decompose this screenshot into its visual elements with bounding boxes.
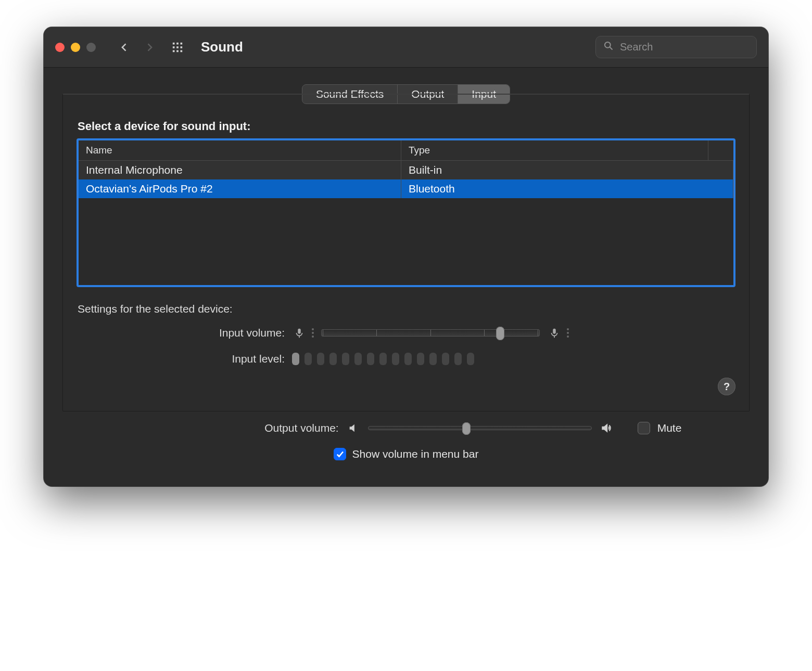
input-device-table[interactable]: Name Type Internal MicrophoneBuilt-inOct… <box>77 138 735 287</box>
level-segment <box>304 353 312 365</box>
mic-low-dots-icon <box>312 328 314 338</box>
svg-rect-6 <box>173 50 175 52</box>
level-segment <box>292 353 299 365</box>
device-name: Octavian’s AirPods Pro #2 <box>79 179 401 198</box>
output-volume-section: Output volume: Mute Show volume in <box>62 411 750 466</box>
svg-point-9 <box>605 42 611 48</box>
input-device-heading: Select a device for sound input: <box>78 120 735 133</box>
level-segment <box>354 353 362 365</box>
microphone-low-icon <box>292 326 307 340</box>
mic-high-dots-icon <box>567 328 569 338</box>
window-title: Sound <box>201 39 243 55</box>
speaker-high-icon <box>599 421 614 435</box>
show-volume-menubar-label: Show volume in menu bar <box>352 448 479 460</box>
back-button[interactable] <box>118 41 131 54</box>
microphone-high-icon <box>547 326 562 340</box>
level-segment <box>417 353 424 365</box>
svg-rect-0 <box>173 42 175 44</box>
forward-button[interactable] <box>143 41 156 54</box>
device-settings-heading: Settings for the selected device: <box>78 303 735 315</box>
search-field[interactable] <box>595 36 757 58</box>
window-controls <box>55 43 96 52</box>
level-segment <box>454 353 462 365</box>
level-segment <box>392 353 399 365</box>
level-segment <box>429 353 437 365</box>
mute-checkbox[interactable] <box>638 422 650 434</box>
level-segment <box>467 353 474 365</box>
speaker-low-icon <box>346 421 361 435</box>
svg-rect-5 <box>181 46 183 48</box>
svg-rect-11 <box>298 329 301 334</box>
search-icon <box>603 41 614 54</box>
output-volume-thumb[interactable] <box>462 422 471 435</box>
device-name: Internal Microphone <box>79 161 401 179</box>
output-volume-label: Output volume: <box>131 422 339 434</box>
device-type: Bluetooth <box>401 179 733 198</box>
level-segment <box>329 353 337 365</box>
input-volume-thumb[interactable] <box>496 327 504 340</box>
help-button[interactable]: ? <box>718 378 735 395</box>
svg-line-10 <box>610 47 613 50</box>
search-input[interactable] <box>619 41 749 54</box>
svg-rect-7 <box>176 50 179 52</box>
show-all-preferences-button[interactable] <box>171 41 184 54</box>
nav-buttons <box>118 41 156 54</box>
device-row[interactable]: Internal MicrophoneBuilt-in <box>79 161 733 179</box>
input-level-row: Input level: <box>77 353 735 365</box>
mute-label: Mute <box>657 422 682 434</box>
svg-rect-4 <box>176 46 179 48</box>
output-volume-slider[interactable] <box>368 426 592 430</box>
level-segment <box>342 353 349 365</box>
table-header: Name Type <box>79 140 733 161</box>
svg-rect-2 <box>181 42 183 44</box>
column-header-type[interactable]: Type <box>401 140 708 160</box>
close-window-button[interactable] <box>55 43 65 52</box>
show-volume-menubar-checkbox[interactable] <box>334 448 346 460</box>
level-segment <box>317 353 324 365</box>
minimize-window-button[interactable] <box>71 43 80 52</box>
sound-preferences-window: Sound Sound Effects Output Input Select … <box>44 27 768 486</box>
column-header-name[interactable]: Name <box>79 140 401 160</box>
zoom-window-button[interactable] <box>86 43 96 52</box>
input-volume-slider[interactable] <box>321 329 540 337</box>
svg-rect-3 <box>173 46 175 48</box>
column-header-spacer <box>708 140 733 160</box>
level-segment <box>442 353 449 365</box>
svg-rect-1 <box>176 42 179 44</box>
content-area: Sound Effects Output Input Select a devi… <box>44 68 768 486</box>
svg-rect-8 <box>181 50 183 52</box>
device-type: Built-in <box>401 161 733 179</box>
level-segment <box>367 353 374 365</box>
input-volume-label: Input volume: <box>77 327 285 339</box>
input-level-label: Input level: <box>77 353 285 365</box>
input-panel: Select a device for sound input: Name Ty… <box>62 94 750 411</box>
level-segment <box>379 353 387 365</box>
input-level-meter <box>292 353 474 365</box>
device-row[interactable]: Octavian’s AirPods Pro #2Bluetooth <box>79 179 733 198</box>
level-segment <box>404 353 412 365</box>
input-volume-row: Input volume: <box>77 326 735 340</box>
titlebar: Sound <box>44 27 768 68</box>
svg-rect-13 <box>553 329 556 334</box>
